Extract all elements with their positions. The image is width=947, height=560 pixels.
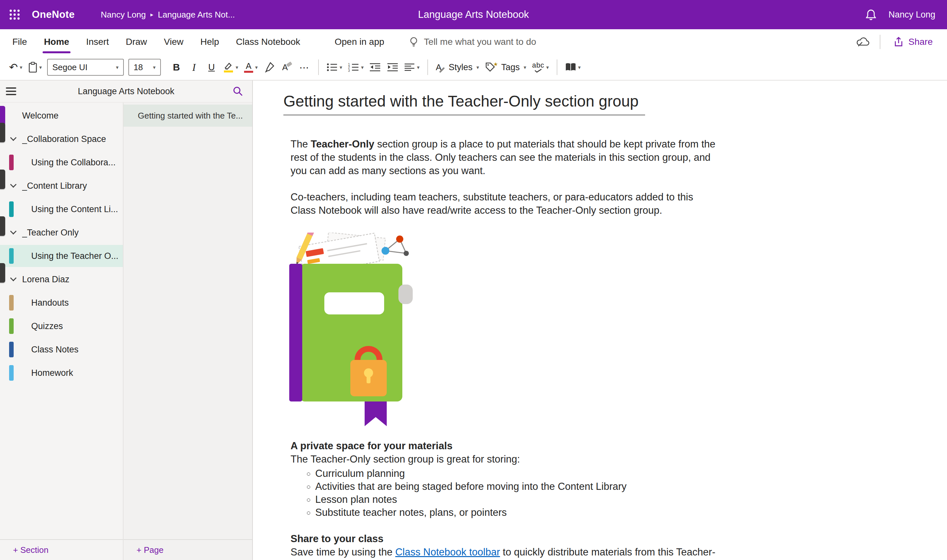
divider	[880, 35, 880, 49]
open-in-app-button[interactable]: Open in app	[330, 29, 390, 55]
sidebar-section-class-notes[interactable]: Class Notes	[0, 338, 123, 360]
more-options-button[interactable]: ⋯	[296, 57, 313, 77]
tab-view[interactable]: View	[156, 29, 192, 55]
sections-pane: Welcome _Collaboration Space Using the C…	[0, 103, 123, 560]
divider	[427, 60, 428, 75]
sidebar-section-using-teacher-only[interactable]: Using the Teacher O...	[0, 245, 123, 267]
page-item-getting-started[interactable]: Getting started with the Te...	[123, 105, 252, 127]
bold-button[interactable]: B	[168, 57, 185, 77]
undo-icon: ↶	[9, 61, 18, 74]
sidebar-group-teacher-only[interactable]: _Teacher Only	[0, 222, 123, 244]
increase-indent-button[interactable]	[385, 57, 401, 77]
account-name[interactable]: Nancy Long	[888, 10, 935, 20]
list-item: Lesson plan notes	[315, 493, 719, 506]
storing-list: Curriculum planning Activities that are …	[291, 467, 719, 519]
increase-indent-icon	[387, 63, 399, 72]
tab-insert[interactable]: Insert	[78, 29, 117, 55]
breadcrumb-notebook[interactable]: Language Arts Not...	[158, 10, 235, 20]
font-size-select[interactable]: 18 ▾	[128, 59, 161, 76]
breadcrumb-separator-icon: ▸	[151, 11, 153, 18]
styles-button[interactable]: A Styles ▾	[433, 57, 482, 77]
sidebar-section-welcome[interactable]: Welcome	[0, 105, 123, 127]
class-notebook-toolbar-link[interactable]: Class Notebook toolbar	[395, 546, 500, 558]
breadcrumb[interactable]: Nancy Long ▸ Language Arts Not...	[101, 10, 235, 20]
highlight-button[interactable]: ▾	[221, 57, 241, 77]
tell-me-search[interactable]: Tell me what you want to do	[409, 29, 536, 55]
tab-help[interactable]: Help	[192, 29, 228, 55]
waffle-grid-icon	[9, 9, 20, 20]
bold-icon: B	[173, 62, 180, 73]
topbar-right: Nancy Long	[864, 8, 947, 22]
tags-button[interactable]: ★ Tags ▾	[482, 57, 529, 77]
paragraph-intro: The Teacher-Only section group is a plac…	[291, 137, 719, 177]
bullet-list-icon	[326, 63, 338, 72]
sidebar-section-handouts[interactable]: Handouts	[0, 292, 123, 314]
sync-status-icon[interactable]	[854, 32, 872, 52]
underline-icon: U	[208, 62, 215, 72]
section-color-tab	[9, 155, 14, 170]
page-title: Getting started with the Teacher-Only se…	[283, 92, 645, 115]
numbered-list-button[interactable]: 123 ▾	[345, 57, 366, 77]
chevron-down-icon: ▾	[417, 64, 420, 71]
formatting-toolbar: ↶ ▾ ▾ Segoe UI ▾ 18 ▾ B I U ▾	[0, 55, 947, 80]
window-title: Language Arts Notebook	[418, 9, 529, 20]
add-section-button[interactable]: + Section	[0, 539, 123, 560]
list-item: Activities that are being staged before …	[315, 480, 719, 493]
tab-file[interactable]: File	[4, 29, 35, 55]
sidebar-section-using-collaboration[interactable]: Using the Collabora...	[0, 151, 123, 174]
share-button[interactable]: Share	[888, 34, 938, 50]
sidebar-group-collaboration-space[interactable]: _Collaboration Space	[0, 128, 123, 150]
breadcrumb-user[interactable]: Nancy Long	[101, 10, 146, 20]
app-title[interactable]: OneNote	[32, 9, 75, 20]
sidebar-group-content-library[interactable]: _Content Library	[0, 175, 123, 197]
search-button[interactable]	[230, 83, 246, 99]
alignment-button[interactable]: ▾	[402, 57, 422, 77]
share-icon	[893, 37, 904, 47]
sidebar-section-using-content-library[interactable]: Using the Content Li...	[0, 198, 123, 220]
section-color-tab	[9, 365, 14, 381]
bullet-list-button[interactable]: ▾	[324, 57, 345, 77]
chevron-down-icon: ▾	[524, 64, 526, 71]
heading-share-to-class: Share to your class	[291, 532, 719, 545]
tab-class-notebook[interactable]: Class Notebook	[228, 29, 309, 55]
sidebar-section-homework[interactable]: Homework	[0, 362, 123, 384]
chevron-down-icon: ▾	[39, 64, 42, 71]
page-canvas[interactable]: Getting started with the Teacher-Only se…	[253, 80, 947, 560]
onenote-app: OneNote Nancy Long ▸ Language Arts Not..…	[0, 0, 947, 560]
star-icon: ★	[493, 61, 498, 67]
add-page-button[interactable]: + Page	[123, 539, 252, 560]
paste-button[interactable]: ▾	[26, 57, 45, 77]
pages-pane: Getting started with the Te... + Page	[123, 103, 252, 560]
spelling-button[interactable]: abc ▾	[530, 57, 551, 77]
notifications-button[interactable]	[864, 8, 878, 22]
font-name-value: Segoe UI	[52, 62, 88, 72]
clear-formatting-button[interactable]: A	[279, 57, 296, 77]
more-options-icon: ⋯	[299, 62, 310, 73]
align-left-icon	[405, 63, 415, 71]
chevron-down-icon: ▾	[361, 64, 363, 71]
immersive-reader-icon	[565, 63, 576, 72]
section-color-tab	[0, 106, 5, 125]
undo-button[interactable]: ↶ ▾	[6, 57, 25, 77]
app-launcher-icon[interactable]	[0, 0, 29, 29]
notebook-illustration	[289, 232, 927, 429]
hamburger-menu-icon[interactable]	[0, 80, 22, 102]
sidebar-group-lorena-diaz[interactable]: Lorena Diaz	[0, 268, 123, 291]
decrease-indent-button[interactable]	[367, 57, 384, 77]
font-name-select[interactable]: Segoe UI ▾	[47, 59, 124, 76]
italic-button[interactable]: I	[186, 57, 202, 77]
chevron-down-icon: ▾	[578, 64, 581, 71]
tags-label: Tags	[501, 62, 520, 72]
underline-button[interactable]: U	[203, 57, 220, 77]
divider	[318, 60, 319, 75]
tab-home[interactable]: Home	[35, 29, 78, 55]
bell-icon	[865, 9, 876, 20]
tab-draw[interactable]: Draw	[117, 29, 156, 55]
workspace: Language Arts Notebook Welcome	[0, 80, 947, 560]
sidebar-section-quizzes[interactable]: Quizzes	[0, 315, 123, 337]
section-group-tab	[0, 216, 5, 236]
format-painter-button[interactable]	[261, 57, 278, 77]
font-color-button[interactable]: A ▾	[242, 57, 260, 77]
chevron-down-icon: ▾	[116, 64, 119, 71]
immersive-reader-button[interactable]: ▾	[562, 57, 584, 77]
